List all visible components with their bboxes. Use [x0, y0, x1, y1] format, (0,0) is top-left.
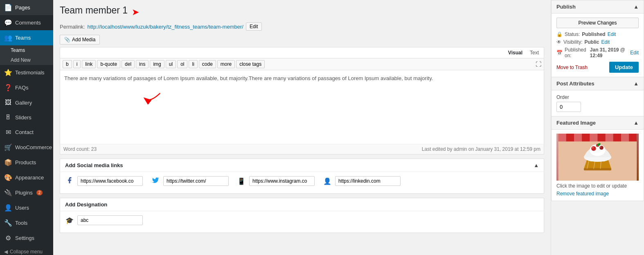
- designation-header[interactable]: Add Designation: [60, 198, 544, 211]
- format-more[interactable]: more: [217, 60, 235, 68]
- sidebar-sub-teams[interactable]: Teams: [0, 45, 53, 55]
- published-row: 📅 Published on: Jan 31, 2019 @ 12:49 Edi…: [556, 47, 639, 58]
- woocommerce-icon: 🛒: [4, 143, 12, 151]
- format-b[interactable]: b: [63, 60, 72, 68]
- featured-image-thumbnail[interactable]: [556, 134, 639, 181]
- publish-action-row: Move to Trash Update: [556, 62, 639, 73]
- format-bar: b i link b-quote del ins img ul ol li co…: [60, 58, 544, 70]
- order-input[interactable]: [556, 102, 581, 112]
- publish-section: Publish ▲ Preview Changes 🔒 Status: Publ…: [551, 0, 644, 77]
- permalink-row: Permalink: http://localhost/www/luzuk/ba…: [60, 22, 544, 31]
- testimonials-icon: ⭐: [4, 69, 12, 76]
- social-links-header[interactable]: Add Social media links ▲: [60, 159, 544, 172]
- linkedin-icon: 👤: [323, 177, 332, 185]
- editor-content[interactable]: There are many variations of passages of…: [60, 70, 544, 144]
- designation-input[interactable]: [77, 215, 143, 225]
- post-attributes-body: Order: [552, 90, 644, 116]
- format-ol[interactable]: ol: [177, 60, 187, 68]
- featured-image-section: Featured Image ▲: [551, 116, 644, 201]
- social-row-facebook: [65, 176, 143, 186]
- format-ins[interactable]: ins: [136, 60, 149, 68]
- fullscreen-icon[interactable]: ⛶: [536, 61, 541, 67]
- instagram-icon: 📱: [237, 177, 246, 185]
- collapse-arrow-icon: ◀: [4, 249, 8, 255]
- permalink-label: Permalink:: [60, 24, 85, 30]
- sidebar-item-products[interactable]: 📦 Products: [0, 155, 53, 170]
- last-edited: Last edited by admin on January 31, 2019…: [422, 146, 540, 152]
- plugins-icon: 🔌: [4, 189, 12, 197]
- teams-icon: 👥: [4, 34, 12, 42]
- twitter-input[interactable]: [163, 176, 229, 186]
- tab-text[interactable]: Text: [528, 49, 540, 56]
- linkedin-input[interactable]: [335, 176, 401, 186]
- sidebar-item-contact[interactable]: ✉ Contact: [0, 125, 53, 140]
- permalink-edit-button[interactable]: Edit: [246, 22, 262, 31]
- format-bquote[interactable]: b-quote: [97, 60, 120, 68]
- format-close-tags[interactable]: close tags: [236, 60, 265, 68]
- remove-featured-image-link[interactable]: Remove featured image: [556, 191, 609, 197]
- collapse-menu[interactable]: ◀ Collapse menu: [0, 246, 53, 255]
- sidebar-item-testimonials[interactable]: ⭐ Testimonials: [0, 65, 53, 80]
- products-icon: 📦: [4, 159, 12, 166]
- comments-icon: 💬: [4, 19, 12, 27]
- format-img[interactable]: img: [150, 60, 164, 68]
- title-arrow: ➤: [132, 7, 139, 18]
- sidebar-item-pages[interactable]: 📄 Pages: [0, 0, 53, 15]
- post-title: Team member 1: [60, 5, 128, 16]
- add-media-button[interactable]: 📎 Add Media: [60, 35, 100, 45]
- social-row-instagram: 📱: [237, 176, 315, 186]
- visibility-edit-link[interactable]: Edit: [601, 39, 610, 45]
- format-li[interactable]: li: [189, 60, 197, 68]
- move-to-trash-link[interactable]: Move to Trash: [556, 65, 588, 70]
- svg-rect-7: [584, 168, 611, 170]
- format-link[interactable]: link: [82, 60, 96, 68]
- featured-image-header[interactable]: Featured Image ▲: [552, 116, 644, 130]
- sidebar-item-plugins[interactable]: 🔌 Plugins 2: [0, 185, 53, 200]
- appearance-icon: 🎨: [4, 174, 12, 181]
- sidebar-item-teams[interactable]: 👥 Teams: [0, 30, 53, 45]
- sidebar-item-comments[interactable]: 💬 Comments: [0, 15, 53, 30]
- update-button[interactable]: Update: [609, 62, 639, 73]
- word-count: Word count: 23: [63, 146, 97, 152]
- sidebar-sub-add-new[interactable]: Add New: [0, 55, 53, 65]
- tab-visual[interactable]: Visual: [507, 49, 524, 56]
- collapse-social-icon: ▲: [534, 162, 539, 168]
- publish-collapse-icon: ▲: [633, 4, 639, 10]
- visibility-icon: 👁: [556, 39, 561, 45]
- order-label: Order: [556, 94, 639, 100]
- sidebar-item-sliders[interactable]: 🎚 Sliders: [0, 110, 53, 125]
- social-row-linkedin: 👤: [323, 176, 401, 186]
- sidebar-item-tools[interactable]: 🔧 Tools: [0, 215, 53, 230]
- format-ul[interactable]: ul: [166, 60, 176, 68]
- sidebar-item-woocommerce[interactable]: 🛒 WooCommerce: [0, 140, 53, 155]
- post-attributes-header[interactable]: Post Attributes ▲: [552, 77, 644, 90]
- plugins-badge: 2: [36, 190, 43, 195]
- svg-point-19: [600, 146, 601, 148]
- svg-rect-3: [574, 134, 582, 141]
- featured-image-body: Click the image to edit or update Remove…: [552, 130, 644, 201]
- facebook-input[interactable]: [77, 176, 143, 186]
- publish-panel-header[interactable]: Publish ▲: [552, 0, 644, 13]
- gallery-icon: 🖼: [4, 99, 12, 106]
- format-code[interactable]: code: [199, 60, 216, 68]
- permalink-url[interactable]: http://localhost/www/luzuk/bakery/tz_fit…: [87, 24, 243, 30]
- sidebar-item-users[interactable]: 👤 Users: [0, 200, 53, 215]
- status-icon: 🔒: [556, 31, 563, 37]
- editor-tabs: Visual Text: [60, 47, 544, 58]
- published-edit-link[interactable]: Edit: [630, 50, 639, 56]
- sidebar-item-appearance[interactable]: 🎨 Appearance: [0, 170, 53, 185]
- twitter-icon: [151, 177, 160, 186]
- designation-metabox: Add Designation 🎓: [60, 198, 544, 233]
- format-i[interactable]: i: [73, 60, 81, 68]
- instagram-input[interactable]: [249, 176, 315, 186]
- svg-rect-6: [621, 134, 629, 141]
- right-panel: Publish ▲ Preview Changes 🔒 Status: Publ…: [551, 0, 644, 255]
- format-del[interactable]: del: [122, 60, 135, 68]
- sidebar-item-settings[interactable]: ⚙ Settings: [0, 230, 53, 246]
- status-edit-link[interactable]: Edit: [608, 31, 616, 37]
- sidebar-item-gallery[interactable]: 🖼 Gallery: [0, 95, 53, 110]
- sidebar-item-faqs[interactable]: ❓ FAQs: [0, 80, 53, 95]
- svg-rect-2: [558, 134, 566, 141]
- svg-point-15: [591, 146, 596, 151]
- preview-changes-button[interactable]: Preview Changes: [556, 18, 639, 28]
